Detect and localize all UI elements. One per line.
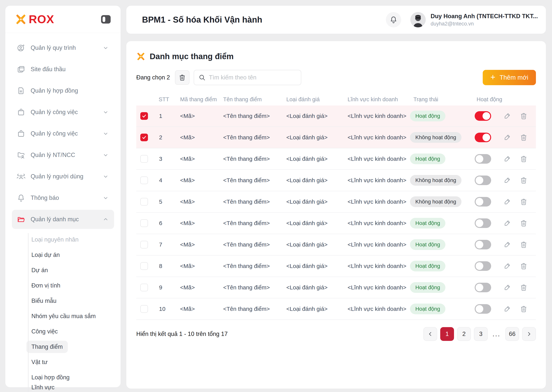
next-page-button[interactable] xyxy=(522,327,536,341)
sidebar-item-quan-ly-danh-muc[interactable]: Quản lý danh mục xyxy=(12,210,114,229)
row-checkbox[interactable] xyxy=(140,155,148,163)
sidebar-item-quan-ly-nguoi-dung[interactable]: Quản lý người dùng xyxy=(12,167,114,186)
topbar: BPM1 - Số hóa Khối Vận hành Duy Hoang An… xyxy=(126,6,546,34)
active-toggle[interactable] xyxy=(475,175,491,185)
add-new-button[interactable]: + Thêm mới xyxy=(483,70,536,85)
sidebar-item-quan-ly-nt-ncc[interactable]: Quản lý NT/NCC xyxy=(12,146,114,165)
delete-button[interactable] xyxy=(520,112,527,120)
active-toggle[interactable] xyxy=(475,197,491,207)
active-toggle[interactable] xyxy=(475,154,491,164)
edit-button[interactable] xyxy=(503,284,511,291)
submenu-item-du-an[interactable]: Dự án xyxy=(31,263,114,278)
row-checkbox[interactable] xyxy=(140,305,148,313)
submenu-item-cong-viec[interactable]: Công việc xyxy=(31,324,114,339)
submenu-item-thang-diem[interactable]: Thang điểm xyxy=(31,339,114,355)
table-row: 9 <Mã> <Tên thang điểm> <Loại đánh giá> … xyxy=(136,277,536,298)
table-row: 8 <Mã> <Tên thang điểm> <Loại đánh giá> … xyxy=(136,256,536,277)
cell-type: <Loại đánh giá> xyxy=(282,306,343,312)
delete-button[interactable] xyxy=(520,284,527,291)
submenu-item-linh-vuc[interactable]: Lĩnh vực xyxy=(31,384,55,391)
sidebar-item-thong-bao[interactable]: Thông báo xyxy=(12,188,114,208)
result-summary: Hiển thị kết quả 1 - 10 trên tổng 17 xyxy=(136,330,228,337)
cell-stt: 2 xyxy=(154,134,175,141)
submenu-item-nhom-yeu-cau-mua-sam[interactable]: Nhóm yêu cầu mua sắm xyxy=(31,308,114,324)
row-checkbox[interactable] xyxy=(140,219,148,227)
delete-button[interactable] xyxy=(520,262,527,270)
edit-button[interactable] xyxy=(503,176,511,184)
cell-name: <Tên thang điểm> xyxy=(219,284,282,291)
user-avatar[interactable] xyxy=(410,12,426,27)
cell-name: <Tên thang điểm> xyxy=(219,241,282,248)
row-checkbox[interactable] xyxy=(140,112,148,120)
bulk-delete-button[interactable] xyxy=(175,70,189,85)
rox-logo-text: ROX xyxy=(29,14,54,25)
row-checkbox[interactable] xyxy=(140,262,148,270)
submenu-item-don-vi-tinh[interactable]: Đơn vị tính xyxy=(31,278,114,293)
active-toggle[interactable] xyxy=(475,304,491,314)
status-badge: Không hoạt động xyxy=(410,196,461,207)
chevron-down-icon xyxy=(102,44,109,51)
delete-button[interactable] xyxy=(520,198,527,206)
user-info[interactable]: Duy Hoang Anh (TNTECH-TTKD TKT... duyha2… xyxy=(431,13,538,27)
row-checkbox[interactable] xyxy=(140,133,148,141)
active-toggle[interactable] xyxy=(475,240,491,249)
edit-button[interactable] xyxy=(503,133,511,141)
main-panel: Danh mục thang điểm Đang chọn 2 + Thêm m… xyxy=(126,41,546,389)
delete-button[interactable] xyxy=(520,176,527,184)
search-input[interactable] xyxy=(209,74,296,81)
prev-page-button[interactable] xyxy=(423,327,437,341)
row-checkbox[interactable] xyxy=(140,176,148,184)
active-toggle[interactable] xyxy=(475,111,491,121)
notification-button[interactable] xyxy=(386,12,401,27)
edit-button[interactable] xyxy=(503,219,511,227)
sidebar-item-quan-ly-quy-trinh[interactable]: Quản lý quy trình xyxy=(12,38,114,57)
submenu-item-vat-tu[interactable]: Vật tư xyxy=(31,355,114,370)
active-toggle[interactable] xyxy=(475,283,491,292)
row-checkbox[interactable] xyxy=(140,241,148,248)
submenu-item-loai-nguyen-nhan[interactable]: Loại nguyên nhân xyxy=(31,232,114,247)
delete-button[interactable] xyxy=(520,241,527,248)
toggle-knob xyxy=(476,241,483,248)
submenu-item-loai-hop-dong[interactable]: Loại hợp đồng xyxy=(31,370,114,385)
toggle-knob xyxy=(476,262,483,270)
delete-button[interactable] xyxy=(520,305,527,313)
cell-field: <Lĩnh vực kinh doanh> xyxy=(343,134,410,141)
page-button-last[interactable]: 66 xyxy=(505,327,519,341)
cell-field: <Lĩnh vực kinh doanh> xyxy=(343,220,410,226)
active-toggle[interactable] xyxy=(475,261,491,271)
search-box xyxy=(194,70,301,85)
row-checkbox[interactable] xyxy=(140,284,148,291)
edit-button[interactable] xyxy=(503,112,511,120)
delete-button[interactable] xyxy=(520,219,527,227)
toggle-knob xyxy=(476,284,483,291)
cell-stt: 1 xyxy=(154,113,175,119)
sidebar-item-site-dau-thau[interactable]: Site đấu thầu xyxy=(12,60,114,79)
submenu-item-bieu-mau[interactable]: Biểu mẫu xyxy=(31,293,114,308)
active-toggle[interactable] xyxy=(475,218,491,228)
table-row: 3 <Mã> <Tên thang điểm> <Loại đánh giá> … xyxy=(136,148,536,170)
page-button-3[interactable]: 3 xyxy=(474,327,488,341)
delete-button[interactable] xyxy=(520,133,527,141)
sidebar-item-quan-ly-cong-viec-1[interactable]: Quản lý công việc xyxy=(12,103,114,122)
page-button-2[interactable]: 2 xyxy=(457,327,471,341)
edit-button[interactable] xyxy=(503,198,511,206)
sidebar-item-quan-ly-cong-viec-2[interactable]: Quản lý công việc xyxy=(12,124,114,143)
sidebar-item-quan-ly-hop-dong[interactable]: Quản lý hợp đồng xyxy=(12,81,114,100)
edit-button[interactable] xyxy=(503,241,511,248)
sidebar-collapse-icon[interactable] xyxy=(101,15,111,24)
page-button-1[interactable]: 1 xyxy=(440,327,454,341)
row-checkbox[interactable] xyxy=(140,198,148,206)
cell-code: <Mã> xyxy=(175,306,219,312)
delete-button[interactable] xyxy=(520,155,527,163)
cell-code: <Mã> xyxy=(175,284,219,291)
cell-stt: 8 xyxy=(154,263,175,269)
edit-button[interactable] xyxy=(503,262,511,270)
column-header-code: Mã thang điểm xyxy=(175,96,219,103)
cell-code: <Mã> xyxy=(175,263,219,269)
cell-type: <Loại đánh giá> xyxy=(282,220,343,226)
sidebar-item-label: Thông báo xyxy=(31,195,59,201)
edit-button[interactable] xyxy=(503,305,511,313)
submenu-item-loai-du-an[interactable]: Loại dự án xyxy=(31,247,114,263)
active-toggle[interactable] xyxy=(475,133,491,142)
edit-button[interactable] xyxy=(503,155,511,163)
